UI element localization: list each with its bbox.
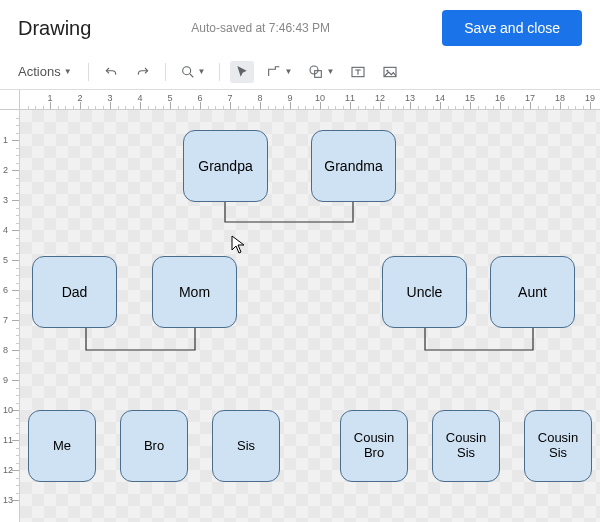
node-label: Sis xyxy=(237,439,255,454)
ruler-tick-label: 15 xyxy=(465,93,475,103)
shape-tool-button[interactable] xyxy=(304,61,328,83)
node-uncle[interactable]: Uncle xyxy=(382,256,467,328)
node-dad[interactable]: Dad xyxy=(32,256,117,328)
ruler-tick-label: 11 xyxy=(3,435,13,445)
save-and-close-button[interactable]: Save and close xyxy=(442,10,582,46)
image-tool-button[interactable] xyxy=(378,61,402,83)
ruler-tick-label: 6 xyxy=(197,93,202,103)
chevron-down-icon: ▼ xyxy=(64,67,72,76)
toolbar-separator xyxy=(165,63,166,81)
cursor-pointer-icon xyxy=(230,235,246,255)
node-mom[interactable]: Mom xyxy=(152,256,237,328)
editor-toolbar: Actions ▼ ▼ ▼ ▼ xyxy=(0,56,600,90)
ruler-tick-label: 11 xyxy=(345,93,355,103)
node-grandma[interactable]: Grandma xyxy=(311,130,396,202)
redo-button[interactable] xyxy=(131,61,155,83)
node-label: Grandpa xyxy=(198,158,252,174)
chevron-down-icon[interactable]: ▼ xyxy=(284,67,292,76)
ruler-tick-label: 9 xyxy=(3,375,8,385)
ruler-tick-label: 16 xyxy=(495,93,505,103)
ruler-tick-label: 3 xyxy=(107,93,112,103)
ruler-tick-label: 13 xyxy=(405,93,415,103)
toolbar-separator xyxy=(88,63,89,81)
svg-point-8 xyxy=(387,69,389,71)
node-label: Cousin Sis xyxy=(529,431,587,461)
ruler-tick-label: 12 xyxy=(375,93,385,103)
node-label: Cousin Sis xyxy=(437,431,495,461)
actions-menu-label: Actions xyxy=(18,64,61,79)
ruler-tick-label: 17 xyxy=(525,93,535,103)
node-label: Cousin Bro xyxy=(345,431,403,461)
horizontal-ruler: 12345678910111213141516171819 xyxy=(0,90,600,110)
ruler-tick-label: 4 xyxy=(137,93,142,103)
svg-line-1 xyxy=(190,74,193,77)
ruler-tick-label: 10 xyxy=(315,93,325,103)
ruler-tick-label: 5 xyxy=(3,255,8,265)
ruler-tick-label: 13 xyxy=(3,495,13,505)
node-label: Uncle xyxy=(407,284,443,300)
node-label: Mom xyxy=(179,284,210,300)
ruler-tick-label: 4 xyxy=(3,225,8,235)
node-label: Me xyxy=(53,439,71,454)
svg-point-0 xyxy=(182,66,190,74)
ruler-tick-label: 1 xyxy=(3,135,8,145)
textbox-tool-button[interactable] xyxy=(346,61,370,83)
node-label: Bro xyxy=(144,439,164,454)
ruler-tick-label: 7 xyxy=(227,93,232,103)
drawing-canvas[interactable]: Grandpa Grandma Dad Mom Uncle Aunt Me Br… xyxy=(20,110,600,522)
node-cousin-sis-1[interactable]: Cousin Sis xyxy=(432,410,500,482)
svg-point-2 xyxy=(310,66,318,74)
dialog-header: Drawing Auto-saved at 7:46:43 PM Save an… xyxy=(0,0,600,56)
vertical-ruler: 12345678910111213 xyxy=(0,110,20,522)
chevron-down-icon[interactable]: ▼ xyxy=(326,67,334,76)
actions-menu[interactable]: Actions ▼ xyxy=(12,60,78,83)
undo-button[interactable] xyxy=(99,61,123,83)
ruler-tick-label: 9 xyxy=(287,93,292,103)
node-sis[interactable]: Sis xyxy=(212,410,280,482)
node-grandpa[interactable]: Grandpa xyxy=(183,130,268,202)
node-cousin-sis-2[interactable]: Cousin Sis xyxy=(524,410,592,482)
node-label: Grandma xyxy=(324,158,382,174)
dialog-title: Drawing xyxy=(18,17,91,40)
ruler-tick-label: 12 xyxy=(3,465,13,475)
select-tool-button[interactable] xyxy=(230,61,254,83)
node-label: Aunt xyxy=(518,284,547,300)
node-cousin-bro[interactable]: Cousin Bro xyxy=(340,410,408,482)
ruler-tick-label: 10 xyxy=(3,405,13,415)
chevron-down-icon[interactable]: ▼ xyxy=(198,67,206,76)
ruler-tick-label: 14 xyxy=(435,93,445,103)
node-aunt[interactable]: Aunt xyxy=(490,256,575,328)
ruler-tick-label: 18 xyxy=(555,93,565,103)
node-bro[interactable]: Bro xyxy=(120,410,188,482)
line-tool-button[interactable] xyxy=(262,61,286,83)
autosave-status: Auto-saved at 7:46:43 PM xyxy=(191,21,442,35)
ruler-tick-label: 2 xyxy=(77,93,82,103)
ruler-tick-label: 7 xyxy=(3,315,8,325)
ruler-tick-label: 6 xyxy=(3,285,8,295)
ruler-tick-label: 8 xyxy=(257,93,262,103)
zoom-button[interactable] xyxy=(176,61,200,83)
ruler-tick-label: 1 xyxy=(47,93,52,103)
ruler-tick-label: 2 xyxy=(3,165,8,175)
ruler-tick-label: 19 xyxy=(585,93,595,103)
node-me[interactable]: Me xyxy=(28,410,96,482)
toolbar-separator xyxy=(219,63,220,81)
ruler-corner xyxy=(0,90,20,110)
node-label: Dad xyxy=(62,284,88,300)
ruler-tick-label: 5 xyxy=(167,93,172,103)
ruler-tick-label: 3 xyxy=(3,195,8,205)
workspace: 12345678910111213 Grandpa Grandma Dad Mo… xyxy=(0,110,600,522)
ruler-tick-label: 8 xyxy=(3,345,8,355)
